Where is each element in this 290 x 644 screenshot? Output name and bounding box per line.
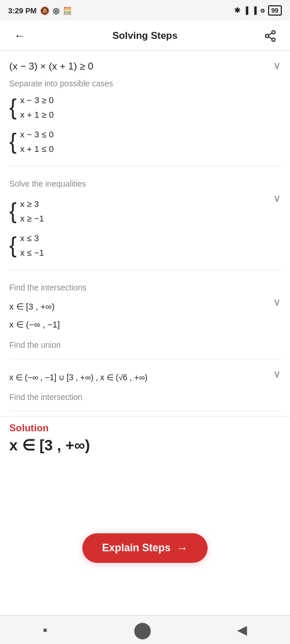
step-section-4: x ∈ (−∞ , −1] ∪ [3 , +∞) , x ∈ (√6 , +∞)…: [9, 359, 281, 412]
union-line: x ∈ (−∞ , −1] ∪ [3 , +∞) , x ∈ (√6 , +∞): [9, 371, 273, 385]
brace-group-1b: { x − 3 ≤ 0 x + 1 ≤ 0: [9, 127, 281, 157]
brace-symbol: {: [9, 93, 17, 122]
brace-line: x ≤ 3: [20, 231, 44, 246]
svg-line-3: [269, 37, 272, 39]
set-line-2: x ∈ (−∞ , −1]: [9, 317, 273, 332]
brace-symbol: {: [9, 197, 17, 226]
explain-steps-label: Explain Steps: [102, 542, 171, 554]
brace-line: x ≥ −1: [20, 211, 44, 226]
chevron-icon-3[interactable]: ∨: [273, 296, 281, 308]
brace-lines-2a: x ≥ 3 x ≥ −1: [20, 197, 44, 226]
brace-line: x − 3 ≤ 0: [20, 127, 54, 142]
nav-home-button[interactable]: ⬤: [133, 620, 151, 639]
brace-line: x + 1 ≤ 0: [20, 141, 54, 157]
back-button[interactable]: ←: [9, 26, 30, 46]
share-button[interactable]: [260, 26, 281, 46]
step-section-2: Solve the inequalities { x ≥ 3 x ≥ −1 { …: [9, 166, 281, 270]
wifi-icon: ⌾: [260, 6, 264, 14]
signal-icon-2: ▐: [252, 6, 257, 14]
nav-square-button[interactable]: ▪: [43, 623, 48, 638]
step2-label: Solve the inequalities: [9, 179, 281, 188]
set-line-1: x ∈ [3 , +∞): [9, 299, 273, 314]
alarm-icon: 🔕: [40, 6, 49, 15]
app-icon: 🧮: [63, 6, 72, 15]
step4-content: x ∈ (−∞ , −1] ∪ [3 , +∞) , x ∈ (√6 , +∞): [9, 368, 273, 388]
step1-equation: (x − 3) × (x + 1) ≥ 0: [9, 59, 93, 74]
brace-line: x − 3 ≥ 0: [20, 93, 54, 108]
nav-bar: ▪ ⬤ ◀: [0, 615, 290, 644]
solution-equation: x ∈ [3 , +∞): [9, 436, 281, 454]
status-left: 3:29 PM 🔕 ◎ 🧮: [8, 6, 72, 15]
step-section-1: (x − 3) × (x + 1) ≥ 0 ∨ Separate into po…: [9, 51, 281, 166]
brace-symbol: {: [9, 231, 17, 260]
step3-label: Find the intersections: [9, 283, 281, 292]
explain-steps-button[interactable]: Explain Steps →: [82, 533, 208, 563]
step4-label: Find the intersection: [9, 392, 281, 402]
signal-icon-1: ▐: [244, 6, 249, 14]
chevron-icon-4[interactable]: ∨: [273, 368, 281, 380]
nav-back-button[interactable]: ◀: [237, 623, 247, 638]
svg-line-4: [269, 32, 272, 35]
status-bar: 3:29 PM 🔕 ◎ 🧮 ✱ ▐ ▐ ⌾ 99: [0, 0, 290, 21]
brace-symbol: {: [9, 127, 17, 157]
brace-line: x ≥ 3: [20, 197, 44, 212]
brace-line: x ≤ −1: [20, 245, 44, 260]
step3b-label: Find the union: [9, 340, 281, 350]
brace-lines-2b: x ≤ 3 x ≤ −1: [20, 231, 44, 260]
arrow-icon: →: [176, 541, 188, 555]
step1-label: Separate into possible cases: [9, 79, 281, 88]
timer-icon: ◎: [53, 6, 59, 15]
chevron-icon-2[interactable]: ∨: [273, 192, 281, 205]
battery-badge: 99: [268, 5, 282, 16]
content-area: (x − 3) × (x + 1) ≥ 0 ∨ Separate into po…: [0, 51, 290, 412]
header: ← Solving Steps: [0, 21, 290, 51]
step-section-3: Find the intersections x ∈ [3 , +∞) x ∈ …: [9, 270, 281, 359]
page-title: Solving Steps: [113, 30, 177, 42]
brace-group-2b: { x ≤ 3 x ≤ −1: [9, 231, 273, 260]
brace-group-2a: { x ≥ 3 x ≥ −1: [9, 197, 273, 226]
brace-lines-1b: x − 3 ≤ 0 x + 1 ≤ 0: [20, 127, 54, 157]
solution-section: Solution x ∈ [3 , +∞): [0, 416, 290, 458]
brace-lines-1a: x − 3 ≥ 0 x + 1 ≥ 0: [20, 93, 54, 122]
time: 3:29 PM: [8, 6, 37, 15]
status-right: ✱ ▐ ▐ ⌾ 99: [234, 5, 282, 16]
step2-content: { x ≥ 3 x ≥ −1 { x ≤ 3 x ≤ −1: [9, 192, 273, 264]
brace-group-1a: { x − 3 ≥ 0 x + 1 ≥ 0: [9, 93, 281, 122]
chevron-icon-1[interactable]: ∨: [273, 59, 281, 72]
bluetooth-icon: ✱: [234, 6, 240, 14]
step3-content: x ∈ [3 , +∞) x ∈ (−∞ , −1]: [9, 296, 273, 336]
brace-line: x + 1 ≥ 0: [20, 107, 54, 122]
solution-label: Solution: [9, 423, 281, 434]
